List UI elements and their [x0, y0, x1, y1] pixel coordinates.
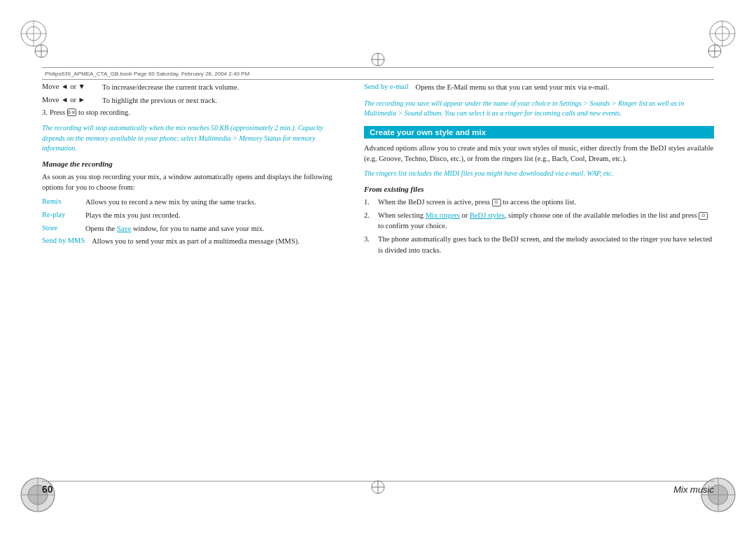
move-text-track: To highlight the previous or next track.: [102, 96, 343, 106]
step3-text-right: The phone automatically goes back to the…: [378, 234, 714, 255]
stop-key-icon: 0·✕: [67, 108, 76, 116]
step2-text: When selecting Mix ringers or BeDJ style…: [378, 210, 714, 231]
store-text: Opens the Save window, for you to name a…: [85, 224, 343, 234]
step-1: 1. When the BeDJ screen is active, press…: [364, 197, 714, 207]
italic-note-recording: The recording will stop automatically wh…: [42, 123, 343, 154]
instruction-move-track: Move ◄ or ► To highlight the previous or…: [42, 96, 343, 106]
option-send-email: Send by e-mail Opens the E-Mail menu so …: [364, 83, 714, 93]
option-replay: Re-play Plays the mix you just recorded.: [42, 211, 343, 221]
store-label: Store: [42, 224, 78, 234]
step3-press: Press: [50, 108, 65, 116]
bedj-styles-link: BeDJ styles: [470, 211, 505, 219]
step3-text: to stop recording.: [78, 108, 130, 116]
italic-note3-text: The recording you save will appear under…: [364, 99, 684, 118]
right-column: Send by e-mail Opens the E-Mail menu so …: [364, 83, 714, 471]
italic-note-text: The recording will stop automatically wh…: [42, 124, 323, 152]
step1-text: When the BeDJ screen is active, press ⊙ …: [378, 197, 714, 207]
mix-ringers-link: Mix ringers: [426, 211, 460, 219]
intro-body: Advanced options allow you to create and…: [364, 143, 714, 164]
step2-num: 2.: [364, 210, 374, 231]
step-2: 2. When selecting Mix ringers or BeDJ st…: [364, 210, 714, 231]
cyan-heading-bar: Create your own style and mix: [364, 126, 714, 139]
step-3: 3. The phone automatically goes back to …: [364, 234, 714, 255]
italic-note2: The ringers list includes the MIDI files…: [364, 169, 714, 179]
italic-note-ringer: The recording you save will appear under…: [364, 99, 714, 119]
move-label-track: Move ◄ or ►: [42, 96, 98, 106]
instruction-stop: 3. Press 0·✕ to stop recording.: [42, 108, 343, 116]
page-number: 60: [42, 484, 53, 495]
step3-num-right: 3.: [364, 234, 374, 255]
step1-num: 1.: [364, 197, 374, 207]
steps-list: 1. When the BeDJ screen is active, press…: [364, 197, 714, 258]
from-existing-heading: From existing files: [364, 185, 714, 193]
option-store: Store Opens the Save window, for you to …: [42, 224, 343, 234]
step3-num: 3.: [42, 108, 48, 116]
step1-key: ⊙: [492, 199, 501, 206]
remix-text: Allows you to record a new mix by using …: [85, 197, 343, 208]
manage-body: As soon as you stop recording your mix, …: [42, 171, 343, 192]
reg-mark-tc: [370, 52, 386, 67]
send-mms-label: Send by MMS: [42, 237, 85, 247]
option-send-mms: Send by MMS Allows you to send your mix …: [42, 237, 343, 247]
corner-circle-tl: [20, 20, 48, 49]
replay-label: Re-play: [42, 211, 78, 221]
move-text-volume: To increase/decrease the current track v…: [102, 83, 343, 93]
instruction-move-volume: Move ◄ or ▼ To increase/decrease the cur…: [42, 83, 343, 93]
option-remix: Remix Allows you to record a new mix by …: [42, 197, 343, 208]
corner-circle-tr: [708, 20, 736, 49]
header-text: Philips639_APMEA_CTA_GB.book Page 60 Sat…: [45, 71, 249, 77]
move-label-volume: Move ◄ or ▼: [42, 83, 98, 93]
replay-text: Plays the mix you just recorded.: [85, 211, 343, 221]
manage-heading: Manage the recording: [42, 160, 343, 168]
send-email-text: Opens the E-Mail menu so that you can se…: [416, 83, 714, 93]
left-column: Move ◄ or ▼ To increase/decrease the cur…: [42, 83, 343, 471]
header-bar: Philips639_APMEA_CTA_GB.book Page 60 Sat…: [42, 67, 714, 80]
send-mms-text: Allows you to send your mix as part of a…: [92, 237, 343, 247]
reg-mark-bc: [370, 479, 386, 495]
section-title: Mix music: [673, 484, 714, 495]
remix-label: Remix: [42, 197, 78, 208]
step2-key: ⊙: [699, 212, 708, 220]
italic-note2-text: The ringers list includes the MIDI files…: [364, 169, 613, 177]
page: Philips639_APMEA_CTA_GB.book Page 60 Sat…: [0, 0, 756, 534]
step3-label: 3. Press 0·✕ to stop recording.: [42, 108, 130, 116]
cyan-heading-text: Create your own style and mix: [370, 128, 486, 136]
send-email-label: Send by e-mail: [364, 83, 409, 93]
main-content: Move ◄ or ▼ To increase/decrease the cur…: [42, 83, 714, 471]
